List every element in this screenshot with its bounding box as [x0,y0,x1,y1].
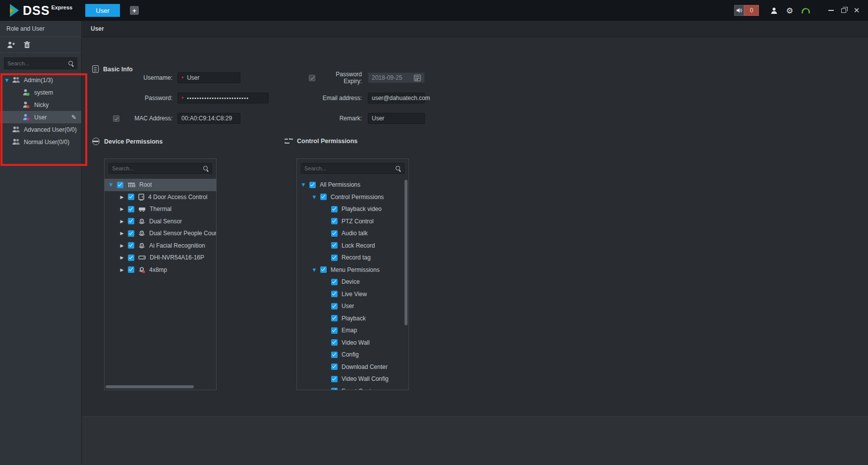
checkbox-checked[interactable] [331,279,338,285]
control-tree-row[interactable]: Download Center [297,361,408,373]
chevron-right-icon[interactable]: ▶ [119,231,125,236]
checkbox-checked[interactable] [331,388,338,390]
mac-address-field[interactable]: 00:A0:C9:14:C8:29 [177,113,240,124]
checkbox-checked[interactable] [331,230,338,237]
control-tree-row[interactable]: Config [297,349,408,361]
checkbox-checked[interactable] [331,291,338,297]
search-icon[interactable] [203,165,209,171]
system-health-button[interactable] [800,4,811,16]
tree-item-system[interactable]: system [0,86,81,99]
add-user-button[interactable] [6,41,15,50]
chevron-right-icon[interactable]: ▶ [119,255,125,260]
chevron-right-icon[interactable]: ▶ [119,267,125,272]
control-search-input[interactable] [304,165,395,171]
edit-pencil-icon[interactable]: ✎ [71,114,76,121]
checkbox-checked[interactable] [331,315,338,321]
device-search-input[interactable] [112,165,203,171]
control-search[interactable] [301,163,405,174]
control-tree-row[interactable]: Live View [297,288,408,301]
checkbox-checked[interactable] [128,194,134,200]
chevron-down-icon[interactable]: ▼ [108,182,114,187]
control-tree-row[interactable]: ▼ All Permissions [297,179,408,191]
checkbox-checked[interactable] [331,255,338,261]
device-tree-row[interactable]: ▶ Dual Sensor [105,215,216,228]
control-tree-row[interactable]: Device [297,276,408,288]
close-button[interactable]: ✕ [850,4,863,17]
search-icon[interactable] [395,165,401,171]
checkbox-checked[interactable] [128,230,134,237]
chevron-down-icon[interactable]: ▼ [4,78,10,83]
checkbox-checked[interactable] [128,255,134,261]
control-tree-row[interactable]: User [297,300,408,312]
minimize-button[interactable] [824,4,837,17]
checkbox-checked[interactable] [320,194,327,200]
add-tab-button[interactable]: + [130,6,139,15]
remark-field[interactable]: User [368,113,425,124]
chevron-down-icon[interactable]: ▼ [311,195,317,200]
sidebar-search-input[interactable] [7,60,68,66]
speaker-icon[interactable] [734,5,744,16]
alarm-indicator[interactable]: 0 [734,5,759,16]
chevron-right-icon[interactable]: ▶ [119,243,125,248]
control-tree-row[interactable]: ▼ Control Permissions [297,191,408,204]
checkbox-checked[interactable] [128,266,134,273]
checkbox-checked[interactable] [331,363,338,370]
device-tree-row[interactable]: ▶ Dual Sensor People Countin [105,227,216,240]
tree-item-normal-user[interactable]: Normal User(0/0) [0,136,81,148]
checkbox-checked[interactable] [128,242,134,249]
password-expiry-checkbox[interactable] [309,75,315,81]
tab-user[interactable]: User [85,4,120,17]
email-field[interactable]: user@dahuatech.com [368,93,425,103]
settings-button[interactable]: ⚙ [784,4,796,16]
device-tree-row[interactable]: ▶ Ai Facial Recognition [105,240,216,252]
checkbox-checked[interactable] [331,339,338,346]
tree-item-user-selected[interactable]: User ✎ [0,111,81,123]
device-tree-row[interactable]: ▶ Thermal [105,203,216,215]
checkbox-checked[interactable] [331,376,338,382]
username-field[interactable]: • User [177,72,240,83]
checkbox-checked[interactable] [117,182,123,188]
control-tree-row[interactable]: Playback video [297,203,408,215]
chevron-right-icon[interactable]: ▶ [119,219,125,224]
checkbox-checked[interactable] [331,352,338,358]
control-tree-row[interactable]: Audio talk [297,227,408,240]
control-tree-row[interactable]: Video Wall [297,337,408,349]
calendar-icon[interactable] [414,75,421,81]
control-tree-row[interactable]: Event Center [297,385,408,391]
checkbox-checked[interactable] [309,182,316,188]
control-tree-row[interactable]: ▼ Menu Permissions [297,264,408,276]
restore-button[interactable] [837,4,850,17]
tree-item-admin[interactable]: ▼ Admin(1/3) [0,74,81,86]
tree-item-nicky[interactable]: Nicky [0,99,81,111]
chevron-down-icon[interactable]: ▼ [311,267,317,272]
checkbox-checked[interactable] [128,218,134,224]
checkbox-checked[interactable] [331,242,338,249]
control-tree-row[interactable]: Emap [297,324,408,337]
checkbox-checked[interactable] [331,303,338,310]
device-tree-row[interactable]: ▶ DHI-NVR54A16-16P [105,252,216,264]
chevron-right-icon[interactable]: ▶ [119,195,125,200]
device-tree-row[interactable]: ▶ 4x8mp [105,264,216,276]
horizontal-scrollbar[interactable] [106,385,194,388]
control-tree-row[interactable]: Lock Record [297,240,408,252]
checkbox-checked[interactable] [331,206,338,212]
password-field[interactable]: • ••••••••••••••••••••••••• [177,93,269,103]
mac-address-checkbox[interactable] [113,115,119,122]
vertical-scrollbar[interactable] [405,180,407,325]
control-tree-row[interactable]: Playback [297,312,408,325]
control-tree-row[interactable]: PTZ Control [297,215,408,228]
checkbox-checked[interactable] [331,218,338,224]
checkbox-checked[interactable] [320,266,327,273]
password-expiry-field[interactable]: 2018-09-25 [368,72,425,83]
chevron-down-icon[interactable]: ▼ [300,182,306,187]
user-account-button[interactable] [768,4,780,16]
search-icon[interactable] [68,60,74,66]
delete-user-button[interactable] [22,41,31,50]
control-tree-row[interactable]: Video Wall Config [297,373,408,385]
device-tree-row-root[interactable]: ▼ Root [105,179,216,191]
checkbox-checked[interactable] [331,327,338,334]
device-tree-row[interactable]: ▶ 4 Door Access Control [105,191,216,204]
chevron-right-icon[interactable]: ▶ [119,207,125,211]
sidebar-search[interactable] [4,57,77,69]
control-tree-row[interactable]: Record tag [297,252,408,264]
